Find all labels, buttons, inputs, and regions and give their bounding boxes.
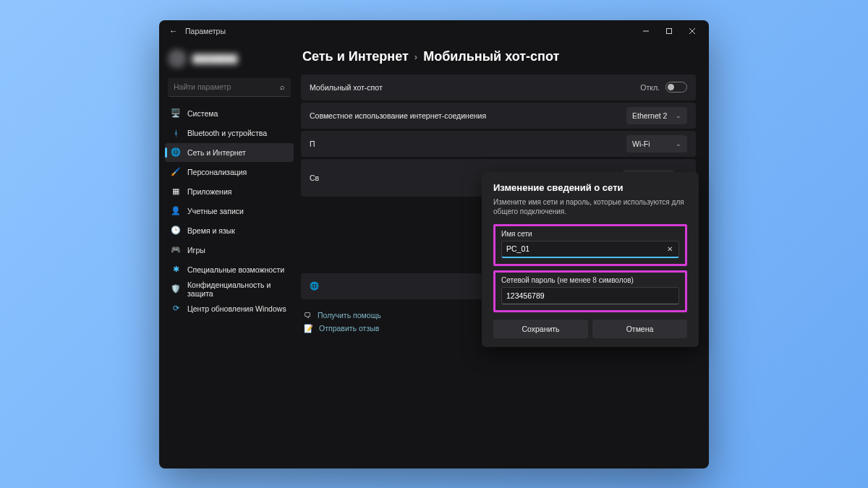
- breadcrumb-page: Мобильный хот-спот: [423, 49, 559, 64]
- user-profile[interactable]: ████████: [165, 46, 294, 75]
- nav-label: Персонализация: [187, 168, 247, 176]
- save-button[interactable]: Сохранить: [493, 320, 588, 338]
- password-label: Сетевой пароль (не менее 8 символов): [501, 276, 679, 284]
- minimize-button[interactable]: [635, 23, 657, 39]
- close-button[interactable]: [681, 23, 703, 39]
- breadcrumb-parent[interactable]: Сеть и Интернет: [302, 49, 409, 64]
- search-input[interactable]: [174, 82, 280, 91]
- modal-title: Изменение сведений о сети: [493, 182, 687, 193]
- window-title: Параметры: [185, 27, 635, 35]
- network-name-input-wrap[interactable]: ✕: [501, 241, 679, 258]
- sidebar-item-1[interactable]: ᚼBluetooth и устройства: [165, 124, 294, 142]
- nav-label: Центр обновления Windows: [187, 304, 286, 313]
- nav-icon: 🖌️: [171, 167, 181, 176]
- chevron-right-icon: ›: [414, 51, 417, 62]
- back-button[interactable]: ←: [169, 26, 178, 36]
- sidebar-item-2[interactable]: 🌐Сеть и Интернет: [165, 143, 294, 162]
- nav-icon: ▦: [171, 187, 181, 196]
- hotspot-toggle-card[interactable]: Мобильный хот-спот Откл.: [301, 74, 696, 100]
- sidebar-item-4[interactable]: ▦Приложения: [165, 182, 294, 201]
- sharing-card[interactable]: Совместное использование интернет-соедин…: [301, 103, 696, 129]
- sidebar-item-7[interactable]: 🎮Игры: [165, 241, 294, 260]
- nav-label: Учетные записи: [187, 207, 244, 215]
- nav-icon: 🎮: [171, 245, 181, 254]
- share-via-card[interactable]: П Wi-Fi ⌄: [301, 131, 696, 157]
- nav-icon: 🖥️: [171, 108, 181, 118]
- share-via-value: Wi-Fi: [632, 140, 650, 148]
- network-name-input[interactable]: [506, 244, 665, 253]
- password-group: Сетевой пароль (не менее 8 символов): [493, 270, 687, 312]
- password-input[interactable]: [506, 291, 674, 300]
- globe-icon: 🌐: [310, 281, 319, 291]
- sidebar-item-0[interactable]: 🖥️Система: [165, 104, 294, 123]
- nav-label: Игры: [187, 246, 205, 254]
- titlebar: ← Параметры: [159, 20, 709, 42]
- sharing-dropdown[interactable]: Ethernet 2 ⌄: [626, 107, 687, 124]
- nav-icon: 🌐: [171, 147, 181, 157]
- sidebar-item-6[interactable]: 🕒Время и язык: [165, 221, 294, 240]
- search-box[interactable]: ⌕: [168, 78, 291, 97]
- hotspot-label: Мобильный хот-спот: [310, 83, 383, 92]
- nav-label: Приложения: [187, 187, 231, 196]
- breadcrumb: Сеть и Интернет › Мобильный хот-спот: [301, 45, 696, 74]
- nav-icon: ✱: [171, 265, 181, 274]
- nav-label: Система: [187, 109, 218, 118]
- sidebar-item-8[interactable]: ✱Специальные возможности: [165, 260, 294, 279]
- nav-label: Bluetooth и устройства: [187, 129, 267, 137]
- properties-label: Св: [310, 174, 319, 182]
- avatar: [168, 49, 187, 68]
- feedback-label: Отправить отзыв: [319, 324, 379, 333]
- nav-icon: 🕒: [171, 226, 181, 235]
- nav-label: Сеть и Интернет: [187, 148, 246, 157]
- feedback-icon: 📝: [304, 324, 313, 333]
- search-icon: ⌕: [280, 82, 285, 91]
- share-via-label: П: [310, 140, 315, 148]
- sharing-label: Совместное использование интернет-соедин…: [310, 111, 486, 120]
- nav-icon: 👤: [171, 206, 181, 215]
- share-via-dropdown[interactable]: Wi-Fi ⌄: [626, 135, 687, 153]
- settings-window: ← Параметры ████████ ⌕ 🖥️СистемаᚼBluetoo…: [159, 20, 709, 468]
- help-icon: 🗨: [304, 311, 312, 320]
- nav-label: Время и язык: [187, 226, 235, 235]
- network-name-group: Имя сети ✕: [493, 224, 687, 266]
- nav-icon: 🛡️: [171, 284, 181, 294]
- sidebar-item-3[interactable]: 🖌️Персонализация: [165, 163, 294, 181]
- hotspot-state: Откл.: [640, 83, 660, 92]
- nav-list: 🖥️СистемаᚼBluetooth и устройства🌐Сеть и …: [165, 104, 294, 318]
- nav-label: Конфиденциальность и защита: [187, 281, 288, 298]
- nav-icon: ⟳: [171, 304, 181, 313]
- password-input-wrap[interactable]: [501, 287, 679, 304]
- get-help-label: Получить помощь: [318, 311, 381, 320]
- clear-icon[interactable]: ✕: [665, 245, 674, 253]
- chevron-down-icon: ⌄: [676, 112, 681, 119]
- edit-network-modal: Изменение сведений о сети Измените имя с…: [482, 172, 699, 347]
- maximize-button[interactable]: [658, 23, 680, 39]
- sidebar-item-5[interactable]: 👤Учетные записи: [165, 202, 294, 221]
- cancel-button[interactable]: Отмена: [592, 320, 687, 338]
- sharing-value: Ethernet 2: [632, 111, 667, 120]
- svg-rect-1: [667, 28, 672, 33]
- nav-icon: ᚼ: [171, 129, 181, 137]
- sidebar-item-10[interactable]: ⟳Центр обновления Windows: [165, 299, 294, 318]
- profile-name: ████████: [192, 54, 237, 63]
- network-name-label: Имя сети: [501, 230, 679, 238]
- hotspot-switch[interactable]: [665, 82, 687, 93]
- nav-label: Специальные возможности: [187, 265, 284, 274]
- modal-desc: Измените имя сети и пароль, которые испо…: [493, 197, 687, 217]
- chevron-down-icon: ⌄: [676, 140, 681, 147]
- sidebar-item-9[interactable]: 🛡️Конфиденциальность и защита: [165, 280, 294, 299]
- sidebar: ████████ ⌕ 🖥️СистемаᚼBluetooth и устройс…: [159, 42, 297, 468]
- window-controls: [635, 23, 703, 39]
